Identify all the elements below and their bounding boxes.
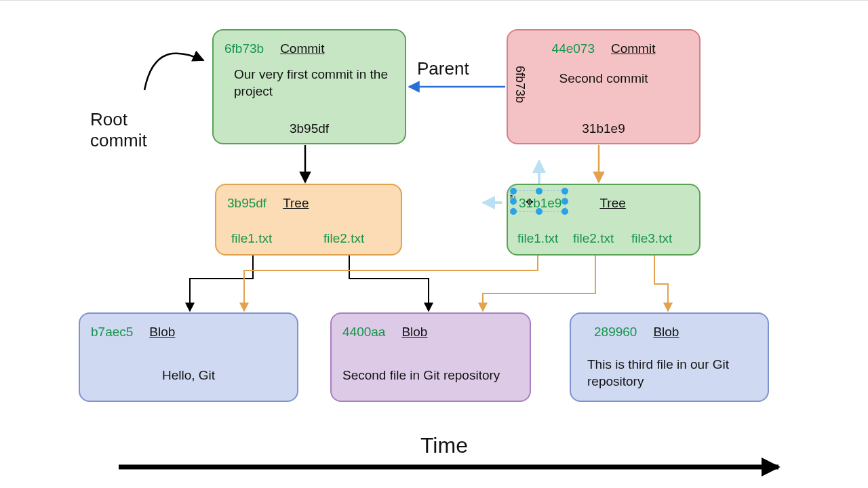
resize-handle[interactable] — [510, 208, 517, 215]
blob1-node[interactable]: b7aec5 Blob Hello, Git — [79, 312, 298, 402]
tree1-node[interactable]: 3b95df Tree file1.txt file2.txt — [215, 184, 402, 256]
parent-label: Parent — [417, 58, 469, 79]
blob1-hash: b7aec5 — [91, 323, 133, 341]
blob3-content: This is third file in our Git repository — [582, 356, 757, 390]
blob1-content: Hello, Git — [91, 367, 286, 384]
commit1-type: Commit — [280, 40, 324, 58]
tree2-file3: file3.txt — [631, 230, 672, 247]
commit1-message: Our very first commit in the project — [234, 66, 390, 100]
commit2-type: Commit — [611, 40, 655, 58]
tree1-file2-to-blob2-arrow — [349, 256, 429, 311]
commit2-hash: 44e073 — [552, 40, 595, 58]
blob2-content: Second file in Git repository — [342, 367, 519, 384]
commit1-hash: 6fb73b — [224, 40, 264, 58]
commit1-treehash: 3b95df — [214, 120, 405, 138]
blob2-hash: 4400aa — [342, 323, 385, 341]
tree1-hash: 3b95df — [227, 195, 267, 212]
tree2-file3-to-blob3-arrow — [654, 256, 668, 311]
resize-handle[interactable] — [510, 198, 517, 205]
root-commit-arrow — [144, 54, 203, 90]
tree1-file1-to-blob1-arrow — [190, 256, 253, 311]
tree2-file1: file1.txt — [517, 230, 558, 247]
tree1-type: Tree — [283, 195, 309, 212]
tree2-file1-to-blob1-arrow — [244, 256, 538, 311]
tree1-file1: file1.txt — [231, 230, 272, 247]
tree2-node[interactable]: 31b1e9 Tree file1.txt file2.txt file3.tx… — [507, 184, 701, 256]
blob1-type: Blob — [149, 323, 175, 341]
resize-handle[interactable] — [561, 208, 568, 215]
resize-handle[interactable] — [561, 188, 568, 195]
commit1-node[interactable]: 6fb73b Commit Our very first commit in t… — [212, 29, 406, 144]
diagram-stage[interactable]: Root commit Parent 6fb73b Commit Our ver… — [0, 1, 868, 488]
commit2-treehash: 31b1e9 — [508, 120, 699, 138]
blob3-node[interactable]: 289960 Blob This is third file in our Gi… — [570, 312, 769, 402]
commit2-parenthash: 6fb73b — [512, 66, 528, 103]
resize-handle[interactable] — [510, 188, 517, 195]
tree1-file2: file2.txt — [323, 230, 364, 247]
tree2-file2-to-blob2-arrow — [483, 256, 595, 311]
tree2-file2: file2.txt — [573, 230, 614, 247]
blob3-type: Blob — [653, 323, 679, 341]
root-commit-label: Root commit — [90, 109, 147, 151]
tree2-hash[interactable]: 31b1e9 — [519, 195, 561, 212]
resize-handle[interactable] — [561, 198, 568, 205]
commit2-message: Second commit — [519, 70, 688, 87]
resize-handle[interactable] — [536, 188, 542, 195]
tree2-type: Tree — [599, 195, 625, 212]
time-label: Time — [420, 433, 468, 458]
commit2-node[interactable]: 44e073 Commit Second commit 31b1e9 6fb73… — [507, 29, 701, 144]
blob2-type: Blob — [401, 323, 427, 341]
blob3-hash: 289960 — [594, 323, 637, 341]
blob2-node[interactable]: 4400aa Blob Second file in Git repositor… — [330, 312, 531, 402]
